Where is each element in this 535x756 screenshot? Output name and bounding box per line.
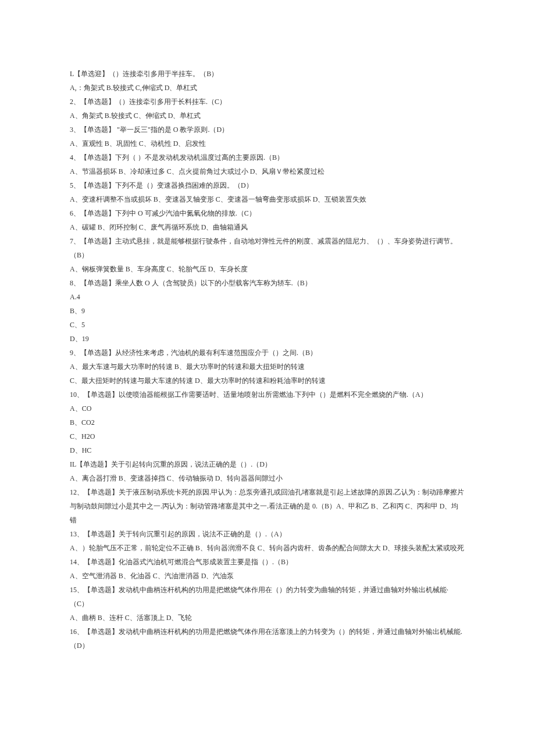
text-line: A、CO	[70, 402, 465, 415]
text-line: 3、【单选题】 "举一反三"指的是 O 教学原则.（D）	[70, 123, 465, 137]
text-line: A、钢板弹簧数量 B、车身高度 C、轮胎气压 D、车身长度	[70, 262, 465, 276]
text-line: 12、【单选题】关于液压制动系统卡死的原因.甲认为：总泵旁通孔或回油孔堵塞就是引…	[70, 485, 465, 527]
text-line: 4、【单选题】下列（ ）不是发动机发动机温度过高的主要原因.（B）	[70, 151, 465, 164]
text-line: 13、【单选题】关于转向沉重引起的原因，说法不正确的是（）.（A）	[70, 527, 465, 541]
text-line: B、9	[70, 304, 465, 318]
text-line: 8、【单选题】乘坐人数 O 人（含驾驶员）以下的小型载客汽车称为轿车.（B）	[70, 276, 465, 290]
text-line: A、）轮胎气压不正常，前轮定位不正确 B、转向器润滑不良 C、转向器内齿杆、齿条…	[70, 541, 465, 569]
text-line: 10、【单选题】以使喷油器能根据工作需要适时、适量地喷射出所需燃油.下列中（）是…	[70, 388, 465, 402]
text-line: A、空气泄消器 B、化油器 C、汽油泄消器 D、汽油泵	[70, 569, 465, 583]
text-line: 6、【单选题】下列中 O 可减少汽油中氮氧化物的排放.（C）	[70, 206, 465, 220]
text-line: 16、【单选题】发动机中曲柄连杆机构的功用是把燃烧气体作用在活塞顶上的力转变为（…	[70, 625, 465, 653]
text-line: A、变速杆调整不当或损坏 B、变速器叉轴变形 C、变速器一轴弯曲变形或损坏 D、…	[70, 192, 465, 206]
text-line: A,：角架式 B.较接式 C,伸缩式 D、单杠式	[70, 81, 465, 95]
text-line: 9、【单选题】从经济性来考虑，汽油机的最有利车速范围应介于（）之间.（B）	[70, 346, 465, 360]
document-body: L【单选迎】（）连接牵引多用于半挂车。（B） A,：角架式 B.较接式 C,伸缩…	[70, 67, 465, 653]
text-line: 15、【单选题】发动机中曲柄连杆机构的功用是把燃烧气体作用在（）的力转变为曲轴的…	[70, 583, 465, 611]
text-line: A、直观性 B、巩固性 C、动机性 D、启发性	[70, 137, 465, 151]
text-line: L【单选迎】（）连接牵引多用于半挂车。（B）	[70, 67, 465, 81]
text-line: C、最大扭矩时的转速与最大车速的转速 D、最大功率时的转速和粉耗油率时的转速	[70, 374, 465, 388]
text-line: C、5	[70, 318, 465, 332]
text-line: A、节温器损坏 B、冷却液过多 C、点火提前角过大或过小 D、风扇Ｖ带松紧度过松	[70, 164, 465, 178]
text-line: A、曲柄 B、连杆 C、活塞顶上 D、飞轮	[70, 611, 465, 625]
text-line: A、角架式 B.较接式 C、伸缩式 D、单杠式	[70, 109, 465, 123]
text-line: D、HC	[70, 443, 465, 457]
text-line: A.4	[70, 290, 465, 304]
text-line: C、H2O	[70, 429, 465, 443]
text-line: B、CO2	[70, 415, 465, 429]
text-line: A、离合器打滑 B、变速器掉挡 C、传动轴振动 D、转向器器间隙过小	[70, 471, 465, 485]
text-line: A、碳罐 B、闭环控制 C、废气再循环系统 D、曲轴箱通风	[70, 220, 465, 234]
text-line: A、最大车速与最大功率时的转速 B、最大功率时的转速和最大扭矩时的转速	[70, 360, 465, 374]
text-line: 2、【单选题】（）连接牵引多用于长料挂车.（C）	[70, 95, 465, 109]
text-line: D、19	[70, 332, 465, 346]
text-line: 7、【单选题】主动式悬挂，就是能够根据行驶条件，自动地对弹性元件的刚度、减震器的…	[70, 234, 465, 262]
text-line: IL【单选题】关于引起转向沉重的原因，说法正确的是（）.（D）	[70, 457, 465, 471]
text-line: 5、【单选题】下列不是（）变速器换挡困难的原因。（D）	[70, 178, 465, 192]
